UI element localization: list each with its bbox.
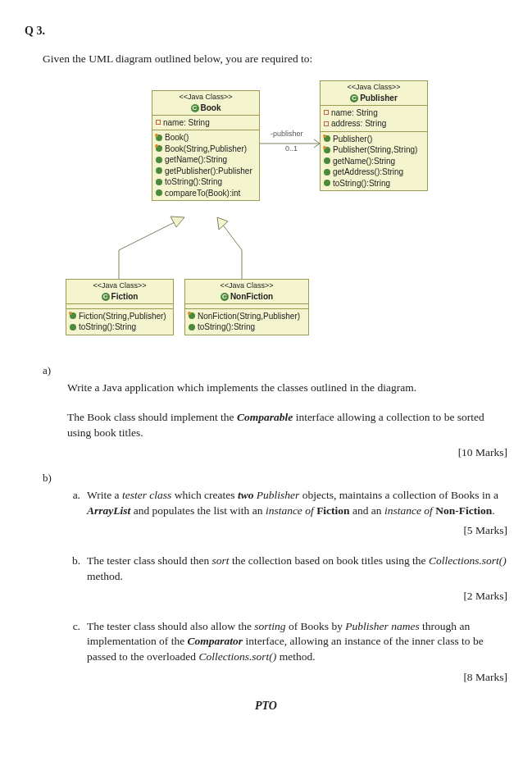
text-emph: instance of [384,504,435,517]
text-emph: Comparable [237,411,293,423]
uml-class-publisher: <<Java Class>> CPublisher name: String a… [320,80,428,191]
uml-op: toString():String [165,176,222,188]
text-emph: Non-Fiction [435,504,492,517]
class-icon: C [221,293,229,301]
text-emph: sort [212,554,230,567]
text-span: The Book class should implement the [67,411,237,423]
ctor-icon [324,147,330,153]
text-emph: sorting [254,620,285,632]
class-name: Publisher [360,93,398,103]
assoc-role-label: -publisher [271,130,303,138]
part-a: a) Write a Java application which implem… [43,364,507,460]
uml-op: getName():String [333,156,395,167]
pto-footer: PTO [25,700,507,713]
uml-op: getPublisher():Publisher [165,166,252,177]
method-icon [156,167,162,174]
text-emph: ArrayList [87,504,130,517]
method-icon [324,169,330,176]
text-emph: Collections.sort() [429,554,507,567]
text-span: method. [276,650,315,663]
uml-op: toString():String [198,321,255,333]
text-span: objects, maintains a collection of Books… [299,489,498,501]
attr-icon [324,110,329,115]
sub-c-label: c. [67,619,87,686]
class-name: Book [201,103,221,112]
sub-c: c. The tester class should also allow th… [67,619,507,686]
text-emph: Publisher [253,489,299,501]
ctor-icon [156,145,162,152]
text-span: The tester class should also allow the [87,620,254,632]
uml-class-fiction: <<Java Class>> CFiction Fiction(String,P… [66,279,174,335]
text-emph: two [238,489,254,501]
svg-line-2 [119,217,184,250]
svg-line-5 [217,217,242,250]
uml-stereo: <<Java Class>> [324,83,424,93]
method-icon [70,324,76,331]
method-icon [156,179,162,185]
text-span: which creates [171,489,238,501]
uml-op: Publisher() [333,134,372,145]
text-emph: Comparator [188,635,243,647]
intro-text: Given the UML diagram outlined below, yo… [43,52,507,66]
uml-class-book: <<Java Class>> CBook name: String Book()… [152,90,260,201]
uml-op: compareTo(Book):int [165,188,240,199]
uml-class-nonfiction: <<Java Class>> CNonFiction NonFiction(St… [184,279,309,335]
method-icon [156,189,162,196]
sub-c-marks: [8 Marks] [87,670,507,686]
svg-marker-6 [217,217,228,230]
ctor-icon [324,135,330,142]
text-emph: instance of [266,504,316,517]
uml-op: Book() [165,132,189,144]
uml-op: getAddress():String [333,166,403,178]
sub-a: a. Write a tester class which creates tw… [67,488,507,539]
uml-op: Publisher(String,String) [333,144,417,156]
text-span: . [492,504,494,517]
part-b: b) a. Write a tester class which creates… [43,472,507,685]
class-name: NonFiction [230,292,273,301]
method-icon [324,157,330,164]
uml-attr: address: String [331,118,386,130]
uml-op: NonFiction(String,Publisher) [198,311,300,322]
sub-b: b. The tester class should then sort the… [67,554,507,604]
class-icon: C [350,94,358,103]
text-emph: tester class [122,489,171,501]
attr-icon [324,121,329,126]
ctor-icon [70,312,76,319]
uml-stereo: <<Java Class>> [156,93,256,103]
assoc-mult-label: 0..1 [285,144,298,153]
part-a-label: a) [43,364,507,377]
text-span: and an [350,504,384,517]
uml-op: toString():String [333,178,390,189]
attr-icon [156,120,161,125]
sub-a-label: a. [67,488,87,539]
uml-op: getName():String [165,154,227,166]
class-icon: C [102,293,110,301]
text-emph: Collections.sort() [198,650,276,663]
part-a-p2: The Book class should implement the Comp… [67,410,507,440]
method-icon [156,157,162,163]
text-span: and populates the list with an [130,504,266,517]
class-name: Fiction [111,292,139,301]
class-icon: C [191,104,199,112]
ctor-icon [156,134,162,141]
text-emph: Publisher names [345,620,419,632]
method-icon [324,180,330,186]
part-b-label: b) [43,472,507,485]
text-span: of Books by [286,620,346,632]
uml-op: toString():String [79,321,136,333]
text-span: the collection based on book titles usin… [230,554,429,567]
svg-marker-3 [171,217,184,227]
uml-stereo: <<Java Class>> [189,281,305,291]
text-span: The tester class should then [87,554,212,567]
sub-b-marks: [2 Marks] [87,589,507,604]
sub-b-label: b. [67,554,87,604]
part-a-marks: [10 Marks] [67,445,507,460]
sub-a-marks: [5 Marks] [87,523,507,539]
uml-attr: name: String [331,107,378,119]
text-emph: Fiction [316,504,350,517]
text-span: method. [87,570,123,582]
method-icon [189,324,195,331]
uml-attr: name: String [163,117,210,129]
uml-op: Fiction(String,Publisher) [79,311,166,322]
uml-diagram: -publisher 0..1 <<Java Class>> CBook nam… [57,90,507,353]
